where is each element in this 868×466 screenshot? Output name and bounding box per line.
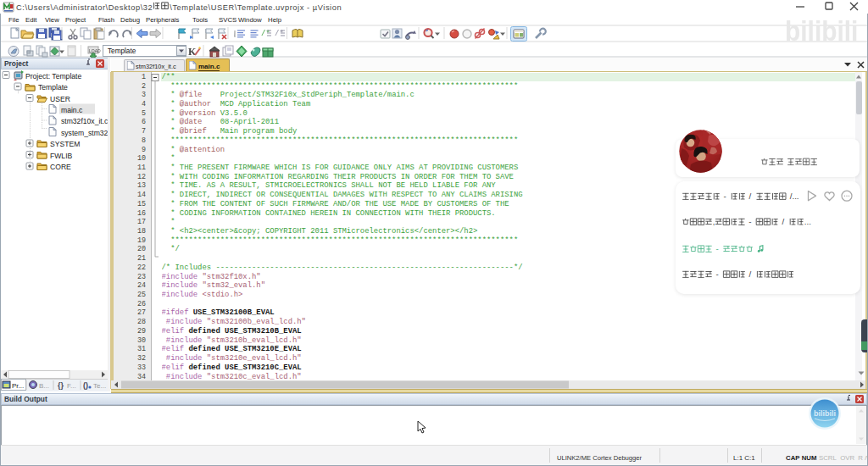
svg-text:/: / <box>749 269 752 279</box>
svg-text:...: ... <box>804 217 811 226</box>
svg-text:/...: /... <box>790 191 799 201</box>
svg-text:/: / <box>749 191 752 201</box>
svg-text:,: , <box>713 217 715 226</box>
svg-text:-: - <box>723 191 726 201</box>
svg-text:-: - <box>715 269 718 279</box>
svg-text:/: / <box>782 217 784 226</box>
svg-text:bilibili: bilibili <box>814 409 836 418</box>
svg-text:-: - <box>748 217 751 226</box>
svg-text:-: - <box>715 244 718 253</box>
